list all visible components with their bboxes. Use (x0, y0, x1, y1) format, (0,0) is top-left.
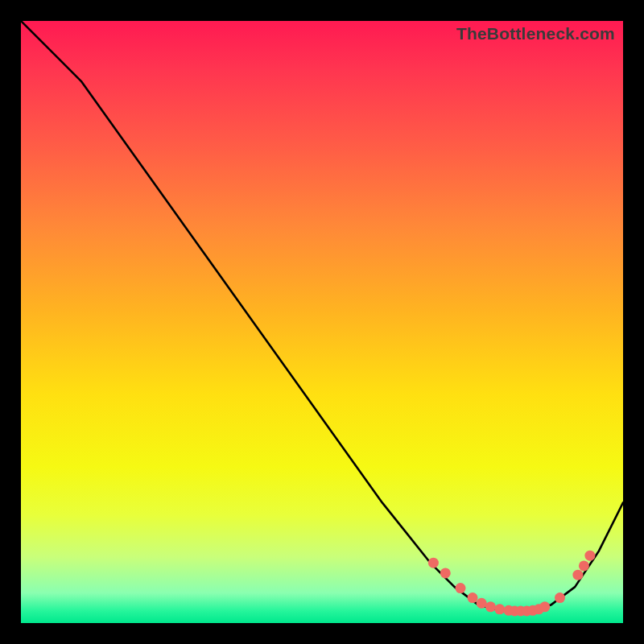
optimal-dot (539, 601, 550, 612)
optimal-dot (468, 592, 478, 603)
optimal-dot (477, 598, 487, 609)
chart-area: TheBottleneck.com (21, 21, 623, 623)
optimal-dot (494, 604, 505, 614)
optimal-dot (456, 583, 466, 593)
optimal-dot (440, 568, 451, 578)
optimal-dot (485, 601, 496, 612)
optimal-dot (584, 551, 595, 561)
optimal-dot (579, 560, 589, 571)
optimal-dot (572, 570, 583, 580)
chart-svg (21, 21, 623, 623)
optimal-dot (555, 592, 565, 603)
bottleneck-curve-line (21, 21, 623, 611)
optimal-range-dots (428, 551, 596, 617)
optimal-dot (428, 558, 439, 568)
